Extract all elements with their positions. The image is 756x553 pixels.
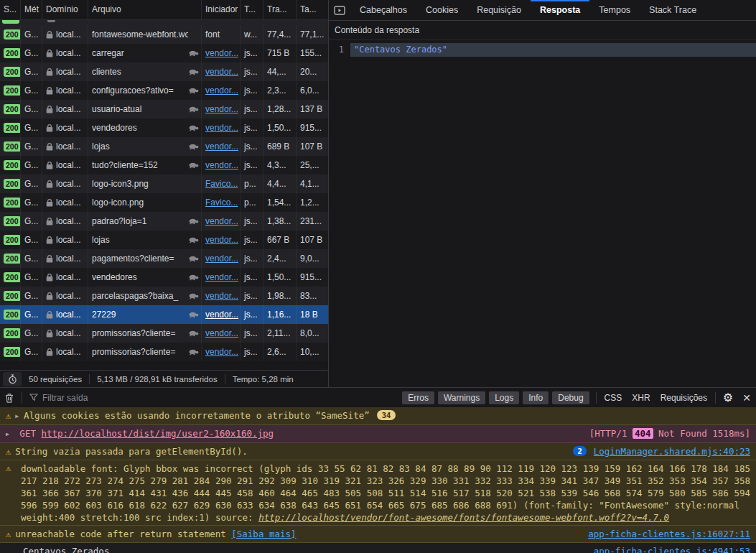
filter-info-button[interactable]: Info [523, 391, 549, 404]
column-header-file[interactable]: Arquivo [88, 0, 202, 19]
method-cell: G... [21, 118, 42, 137]
initiator-cell[interactable]: vendor... [205, 272, 238, 282]
tab-resposta[interactable]: Resposta [531, 0, 589, 20]
column-header-type[interactable]: T... [241, 0, 263, 19]
source-link[interactable]: app-ficha-clientes.js:16027:11 [588, 529, 750, 539]
initiator-cell[interactable]: vendor... [205, 254, 238, 264]
performance-analysis-button[interactable] [3, 372, 22, 386]
network-request-row[interactable]: 200 G... local... vendedores vendor... j… [0, 268, 328, 287]
tab-requisicao[interactable]: Requisição [467, 0, 531, 20]
domain-label: local... [56, 179, 81, 189]
initiator-cell[interactable]: vendor... [205, 160, 238, 170]
status-cell: 200 [0, 62, 21, 81]
network-request-row[interactable]: 200 G... local... fontawesome-webfont.wo… [0, 25, 328, 44]
domain-cell: local... [42, 81, 88, 100]
turtle-icon [188, 256, 199, 262]
expand-arrow-icon[interactable]: ▶ [6, 428, 9, 440]
learn-more-link[interactable]: [Saiba mais] [231, 529, 296, 539]
lock-icon [46, 199, 53, 207]
turtle-icon [188, 293, 199, 299]
initiator-cell[interactable]: font [205, 29, 220, 40]
initiator-cell[interactable]: vendor... [205, 104, 238, 114]
filter-css-button[interactable]: CSS [599, 391, 627, 404]
initiator-cell[interactable]: vendor... [205, 347, 238, 357]
size-cell: 107 B [297, 231, 328, 249]
network-request-row[interactable]: 200 G... local... configuracoes?ativo= v… [0, 81, 328, 100]
filter-warnings-button[interactable]: Warnings [438, 391, 485, 404]
network-request-row[interactable]: 200 G... local... lojas vendor... js... … [0, 137, 328, 156]
column-header-size[interactable]: Ta... [297, 0, 328, 19]
filter-xhr-button[interactable]: XHR [627, 391, 655, 404]
lock-icon [46, 311, 53, 319]
column-header-initiator[interactable]: Iniciador [202, 0, 241, 19]
size-cell: 1,2... [297, 193, 328, 212]
column-header-domain[interactable]: Domínio [42, 0, 88, 19]
filter-output-input[interactable] [42, 393, 229, 403]
network-request-row[interactable]: 200 G... local... promissorias?cliente= … [0, 343, 328, 361]
initiator-cell[interactable]: vendor... [205, 48, 238, 58]
network-request-row[interactable]: 200 G... local... 27229 vendor... js... … [0, 305, 328, 324]
request-url-link[interactable]: http://localhost/dist/img/user2-160x160.… [41, 428, 274, 439]
source-link[interactable]: app-ficha-clientes.js:4941:53 [594, 546, 750, 553]
initiator-cell[interactable]: vendor... [205, 85, 238, 96]
network-request-row[interactable]: 200 G... local... promissorias?cliente= … [0, 324, 328, 343]
console-settings-button[interactable]: ⚙ [719, 390, 737, 406]
file-label: vendedores [92, 272, 188, 282]
initiator-cell[interactable]: vendor... [205, 141, 238, 152]
initiator-cell[interactable]: vendor... [205, 291, 238, 301]
lock-icon [46, 218, 53, 226]
network-request-row[interactable]: 200 G... local... carregar vendor... js.… [0, 44, 328, 62]
tab-tempos[interactable]: Tempos [589, 0, 640, 20]
filter-debug-button[interactable]: Debug [552, 391, 589, 404]
close-details-pane-button[interactable] [329, 0, 350, 20]
filter-logs-button[interactable]: Logs [489, 391, 519, 404]
initiator-cell[interactable]: vendor... [205, 123, 238, 133]
method-cell: G... [21, 175, 42, 193]
initiator-cell[interactable]: vendor... [205, 310, 238, 320]
filter-requisicoes-button[interactable]: Requisições [655, 391, 712, 404]
initiator-cell[interactable]: vendor... [205, 235, 238, 245]
network-request-row[interactable]: 200 G... local... padrao?loja=1 vendor..… [0, 212, 328, 231]
size-cell: 915... [297, 268, 328, 287]
network-request-row[interactable]: 200 G... local... vendedores vendor... j… [0, 118, 328, 137]
domain-label: local... [56, 29, 81, 40]
turtle-icon [188, 349, 199, 356]
source-link[interactable]: LoginManager.shared.mjs:40:23 [594, 446, 750, 457]
tab-cookies[interactable]: Cookies [416, 0, 467, 20]
column-header-transferred[interactable]: Tra... [263, 0, 297, 19]
font-source-link[interactable]: http://localhost/vendor/font-awesome/fon… [258, 512, 669, 523]
transferred-cell: 1,28... [263, 100, 297, 118]
initiator-cell[interactable]: vendor... [205, 216, 238, 226]
file-cell: promissorias?cliente= [88, 324, 202, 343]
network-request-row[interactable]: 200 G... local... tudo?cliente=152 vendo… [0, 156, 328, 175]
lock-icon [46, 236, 53, 244]
initiator-cell[interactable]: vendor... [205, 67, 238, 77]
network-request-row[interactable]: 200 G... local... lojas vendor... js... … [0, 231, 328, 249]
partial-scrolled-row[interactable] [0, 20, 328, 25]
expand-arrow-icon[interactable]: ▶ [15, 410, 19, 422]
method-cell: G... [21, 137, 42, 156]
type-cell: js... [241, 212, 263, 231]
domain-cell: local... [42, 343, 88, 361]
network-request-row[interactable]: 200 G... local... logo-icon.png Favico..… [0, 193, 328, 212]
network-request-row[interactable]: 200 G... local... usuario-atual vendor..… [0, 100, 328, 118]
column-header-status[interactable]: S... [0, 0, 21, 19]
domain-label: local... [56, 67, 81, 77]
status-cell: 200 [0, 156, 21, 175]
initiator-cell[interactable]: Favico... [205, 198, 238, 208]
tab-cabecalhos[interactable]: Cabeçalhos [350, 0, 416, 20]
file-label: padrao?loja=1 [92, 216, 188, 226]
tab-stack-trace[interactable]: Stack Trace [640, 0, 706, 20]
domain-cell: local... [42, 175, 88, 193]
network-request-row[interactable]: 200 G... local... pagamentos?cliente= ve… [0, 249, 328, 268]
initiator-cell[interactable]: Favico... [205, 179, 238, 189]
network-request-row[interactable]: 200 G... local... clientes vendor... js.… [0, 62, 328, 81]
network-request-row[interactable]: 200 G... local... parcelaspagas?baixa_ v… [0, 287, 328, 305]
initiator-cell[interactable]: vendor... [205, 328, 238, 338]
clear-console-button[interactable] [0, 390, 19, 406]
close-console-button[interactable]: ✕ [737, 390, 756, 406]
network-request-row[interactable]: 200 G... local... logo-icon3.png Favico.… [0, 175, 328, 193]
filter-erros-button[interactable]: Erros [402, 391, 434, 404]
column-header-method[interactable]: Mét [21, 0, 42, 19]
network-table-body: 200 G... local... fontawesome-webfont.wo… [0, 20, 328, 370]
